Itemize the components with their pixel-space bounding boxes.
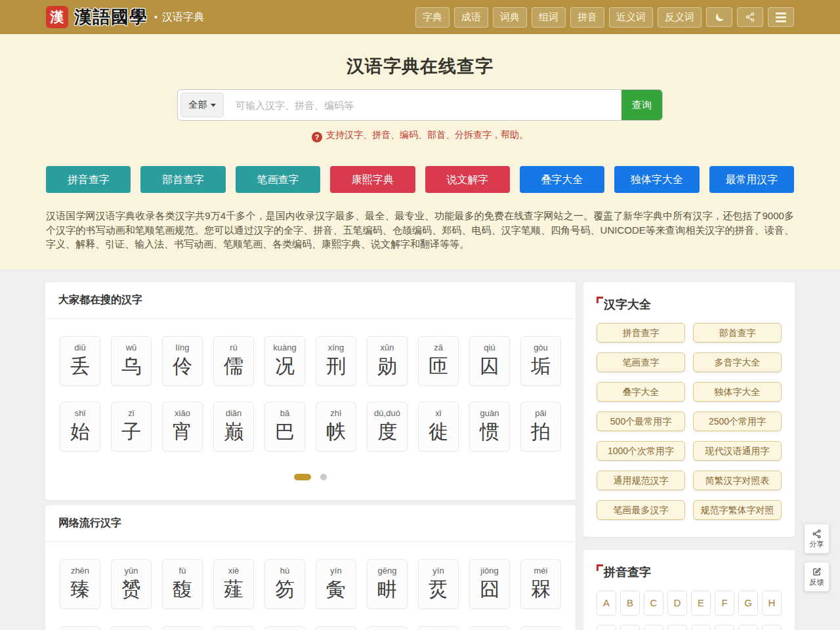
quick-link-button[interactable]: 康熙字典: [330, 166, 415, 193]
pinyin-letter-button[interactable]: A: [597, 591, 616, 616]
sidebar-link-button[interactable]: 现代汉语通用字: [693, 441, 782, 461]
pinyin-letter-clipped[interactable]: [644, 625, 663, 630]
pinyin-letter-clipped[interactable]: [597, 625, 616, 630]
quick-link-button[interactable]: 叠字大全: [520, 166, 604, 193]
hanzi-card[interactable]: yín 烎: [418, 559, 459, 609]
hanzi-card[interactable]: jiǒng 囧: [469, 559, 510, 609]
search-input[interactable]: [226, 90, 621, 120]
hanzi-card[interactable]: qiú 囚: [469, 336, 510, 386]
hanzi-card[interactable]: zǐ 子: [111, 402, 152, 452]
hanzi-card[interactable]: hù 笏: [264, 559, 305, 609]
hanzi-card-clipped[interactable]: [60, 626, 100, 630]
hanzi-card[interactable]: bā 巴: [264, 402, 305, 452]
carousel-dot-active[interactable]: [294, 474, 311, 480]
hanzi-card[interactable]: diū 丢: [60, 336, 100, 386]
hanzi-card[interactable]: fù 馥: [162, 559, 203, 609]
sidebar-link-button[interactable]: 1000个次常用字: [597, 441, 685, 461]
hanzi-card[interactable]: zhì 帙: [316, 402, 356, 452]
hanzi-card[interactable]: xiè 薤: [213, 559, 254, 609]
search-button[interactable]: 查询: [621, 90, 662, 120]
menu-button[interactable]: [768, 7, 794, 27]
sidebar-link-button[interactable]: 2500个常用字: [693, 411, 782, 431]
hanzi-card[interactable]: xíng 刑: [316, 336, 356, 386]
sidebar-link-button[interactable]: 简繁汉字对照表: [693, 471, 782, 490]
share-button[interactable]: [737, 7, 763, 27]
quick-link-button[interactable]: 部首查字: [140, 166, 225, 193]
hanzi-pinyin: wū: [112, 343, 151, 353]
hanzi-card[interactable]: kuàng 况: [264, 336, 305, 386]
hanzi-card-clipped[interactable]: [367, 626, 408, 630]
site-logo[interactable]: 漢: [46, 6, 68, 28]
share-floater-button[interactable]: 分享: [805, 524, 829, 553]
pinyin-letter-clipped[interactable]: [691, 625, 711, 630]
sidebar-link-button[interactable]: 叠字大全: [597, 382, 685, 402]
nav-item[interactable]: 拼音: [570, 7, 604, 28]
carousel-dot[interactable]: [320, 474, 327, 480]
sidebar-link-button[interactable]: 拼音查字: [597, 323, 685, 343]
hanzi-card[interactable]: guàn 惯: [469, 402, 510, 452]
pinyin-letter-clipped[interactable]: [738, 625, 758, 630]
hanzi-card[interactable]: xūn 勋: [367, 336, 408, 386]
hanzi-card[interactable]: pāi 拍: [520, 402, 561, 452]
sidebar-link-button[interactable]: 规范字繁体字对照: [693, 500, 782, 520]
dark-mode-button[interactable]: [706, 7, 732, 27]
hanzi-card[interactable]: gēng 畊: [367, 559, 408, 609]
hanzi-card[interactable]: shǐ 始: [60, 402, 100, 452]
feedback-floater-button[interactable]: 反馈: [805, 562, 829, 591]
hanzi-card-clipped[interactable]: [520, 626, 561, 630]
pinyin-letter-clipped[interactable]: [667, 625, 687, 630]
pinyin-letter-button[interactable]: H: [762, 591, 782, 616]
pinyin-letter-button[interactable]: B: [620, 591, 640, 616]
hanzi-card[interactable]: wū 乌: [111, 336, 152, 386]
sidebar-link-button[interactable]: 独体字大全: [693, 382, 782, 402]
hanzi-card-clipped[interactable]: [469, 626, 510, 630]
sidebar-link-button[interactable]: 部首查字: [693, 323, 782, 343]
sidebar-link-button[interactable]: 通用规范汉字: [597, 471, 685, 490]
search-filter-dropdown[interactable]: 全部: [180, 93, 224, 117]
hanzi-card[interactable]: dù,duó 度: [367, 402, 408, 452]
hanzi-card[interactable]: zhēn 臻: [60, 559, 100, 609]
quick-link-button[interactable]: 最常用汉字: [709, 166, 794, 193]
pinyin-letter-clipped[interactable]: [620, 625, 640, 630]
pinyin-letter-clipped[interactable]: [715, 625, 734, 630]
pinyin-letter-button[interactable]: D: [667, 591, 687, 616]
nav-item[interactable]: 反义词: [658, 7, 702, 28]
hanzi-card-clipped[interactable]: [316, 626, 356, 630]
nav-item[interactable]: 近义词: [609, 7, 653, 28]
hanzi-pinyin: méi: [521, 566, 560, 576]
help-link[interactable]: 帮助: [501, 129, 519, 140]
hanzi-card[interactable]: gòu 垢: [520, 336, 561, 386]
hanzi-card[interactable]: xiāo 宵: [162, 402, 203, 452]
pinyin-letter-button[interactable]: F: [715, 591, 734, 616]
nav-item[interactable]: 词典: [493, 7, 527, 28]
hanzi-card[interactable]: yūn 赟: [111, 559, 152, 609]
hanzi-card-clipped[interactable]: [111, 626, 152, 630]
hanzi-card[interactable]: yín 夤: [316, 559, 356, 609]
sidebar-link-button[interactable]: 笔画查字: [597, 352, 685, 372]
hanzi-card[interactable]: diān 巅: [213, 402, 254, 452]
hanzi-card-clipped[interactable]: [264, 626, 305, 630]
hanzi-card-clipped[interactable]: [418, 626, 459, 630]
hanzi-card[interactable]: líng 伶: [162, 336, 203, 386]
pinyin-letter-button[interactable]: C: [644, 591, 663, 616]
pinyin-letter-grid-clipped: [597, 625, 782, 630]
sidebar-link-button[interactable]: 500个最常用字: [597, 411, 685, 431]
quick-link-button[interactable]: 笔画查字: [236, 166, 320, 193]
hanzi-card[interactable]: méi 槑: [520, 559, 561, 609]
hanzi-card[interactable]: rú 儒: [213, 336, 254, 386]
nav-item[interactable]: 组词: [532, 7, 566, 28]
sidebar-link-button[interactable]: 多音字大全: [693, 352, 782, 372]
pinyin-letter-button[interactable]: E: [691, 591, 711, 616]
pinyin-letter-button[interactable]: G: [738, 591, 758, 616]
nav-item[interactable]: 字典: [415, 7, 450, 28]
sidebar-link-button[interactable]: 笔画最多汉字: [597, 500, 685, 520]
quick-link-button[interactable]: 说文解字: [425, 166, 510, 193]
nav-item[interactable]: 成语: [454, 7, 488, 28]
hanzi-card-clipped[interactable]: [162, 626, 203, 630]
hanzi-card[interactable]: zā 匝: [418, 336, 459, 386]
pinyin-letter-clipped[interactable]: [762, 625, 782, 630]
hanzi-card-clipped[interactable]: [213, 626, 254, 630]
quick-link-button[interactable]: 独体字大全: [614, 166, 699, 193]
quick-link-button[interactable]: 拼音查字: [46, 166, 131, 193]
hanzi-card[interactable]: xǐ 徙: [418, 402, 459, 452]
